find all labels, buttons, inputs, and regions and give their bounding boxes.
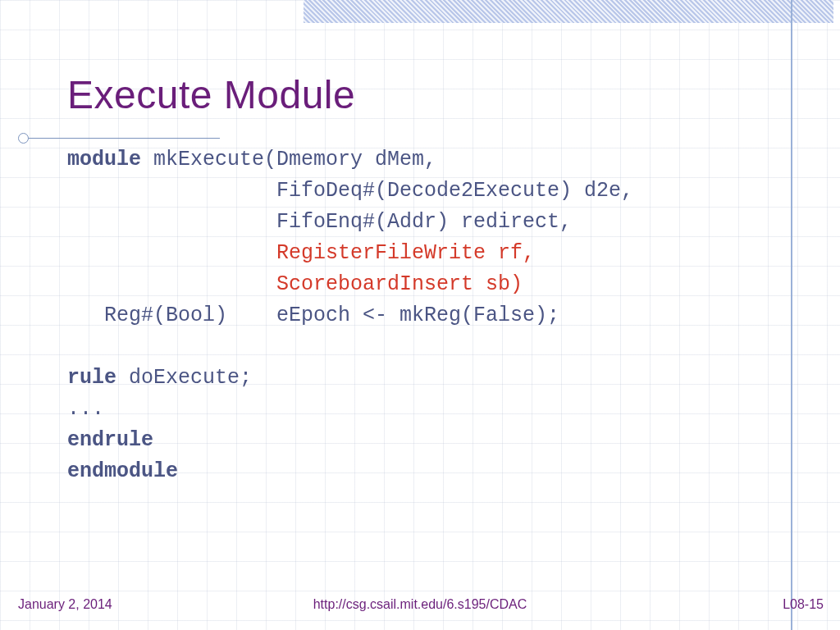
footer-page-number: L08-15	[783, 597, 824, 612]
keyword-endmodule: endmodule	[67, 459, 178, 483]
code-line-5-highlight: ScoreboardInsert sb)	[67, 272, 523, 296]
code-block: module mkExecute(Dmemory dMem, FifoDeq#(…	[67, 144, 774, 487]
title-underline	[23, 131, 220, 144]
keyword-rule: rule	[67, 366, 116, 390]
code-line-7-rest: doExecute;	[116, 366, 252, 390]
code-line-3: FifoEnq#(Addr) redirect,	[67, 210, 572, 234]
slide-title: Execute Module	[67, 75, 774, 115]
code-line-1-rest: mkExecute(Dmemory dMem,	[141, 148, 436, 171]
slide-content: Execute Module module mkExecute(Dmemory …	[0, 0, 840, 630]
title-underline-line	[23, 138, 220, 139]
code-blank-line	[67, 335, 80, 358]
code-line-6: Reg#(Bool) eEpoch <- mkReg(False);	[67, 304, 559, 327]
code-line-4-highlight: RegisterFileWrite rf,	[67, 241, 535, 265]
code-line-2: FifoDeq#(Decode2Execute) d2e,	[67, 179, 633, 203]
footer-url: http://csg.csail.mit.edu/6.s195/CDAC	[0, 597, 840, 612]
code-line-8: ...	[67, 397, 104, 421]
keyword-endrule: endrule	[67, 428, 153, 452]
title-underline-circle-icon	[18, 133, 29, 144]
title-area: Execute Module	[67, 75, 774, 115]
keyword-module: module	[67, 148, 141, 171]
